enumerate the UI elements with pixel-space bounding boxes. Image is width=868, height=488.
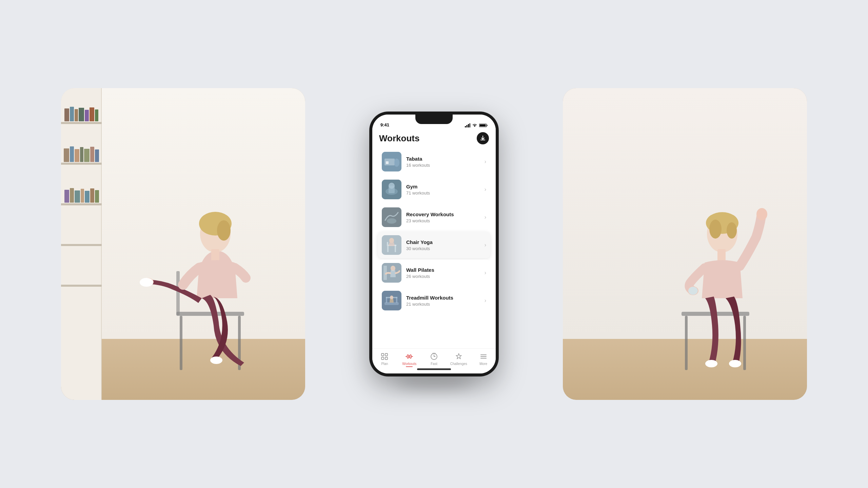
- nav-item-plan[interactable]: Plan: [376, 352, 393, 366]
- chevron-chair-yoga: ›: [485, 242, 486, 248]
- plan-icon: [380, 352, 389, 361]
- person-right: [627, 122, 804, 400]
- nav-label-challenges: Challenges: [450, 362, 467, 366]
- workouts-icon: [405, 352, 414, 361]
- active-dot: [406, 366, 413, 367]
- nav-item-more[interactable]: More: [475, 352, 492, 366]
- workout-item-treadmill[interactable]: Treadmill Workouts 21 workouts ›: [378, 287, 490, 314]
- svg-rect-16: [84, 149, 90, 162]
- svg-rect-4: [61, 285, 102, 287]
- svg-point-43: [709, 220, 722, 239]
- battery-icon: [479, 123, 488, 127]
- svg-rect-17: [90, 147, 94, 162]
- workout-info-recovery: Recovery Workouts 23 workouts: [406, 211, 485, 223]
- nav-label-more: More: [479, 362, 487, 366]
- svg-rect-25: [95, 190, 99, 203]
- status-time: 9:41: [380, 122, 389, 127]
- svg-rect-72: [387, 242, 388, 246]
- more-icon: [479, 352, 488, 361]
- svg-rect-19: [64, 190, 69, 203]
- app-screen: 9:41: [372, 115, 496, 373]
- workout-name-tabata: Tabata: [406, 156, 485, 162]
- app-header: Workouts: [372, 129, 496, 148]
- svg-rect-2: [61, 203, 102, 205]
- svg-rect-15: [80, 147, 83, 162]
- workout-item-gym[interactable]: Gym 71 workouts ›: [378, 176, 490, 203]
- svg-rect-9: [85, 110, 89, 121]
- svg-point-61: [394, 159, 399, 167]
- workout-count-chair-yoga: 30 workouts: [406, 246, 485, 251]
- phone-body: 9:41: [370, 112, 498, 376]
- phone-shadow: [397, 376, 471, 390]
- workout-thumb-tabata: [382, 152, 401, 171]
- challenges-icon: [454, 352, 463, 361]
- signal-icon: [465, 123, 470, 127]
- svg-rect-12: [64, 148, 69, 162]
- nav-label-workouts: Workouts: [402, 362, 416, 366]
- workout-info-wall-pilates: Wall Pilates 26 workouts: [406, 267, 485, 279]
- workout-item-tabata[interactable]: Tabata 16 workouts ›: [378, 148, 490, 175]
- workout-name-recovery: Recovery Workouts: [406, 211, 485, 217]
- workout-count-tabata: 16 workouts: [406, 163, 485, 168]
- person-left: [122, 122, 298, 400]
- download-button[interactable]: [477, 132, 489, 144]
- workout-thumb-recovery: [382, 207, 401, 227]
- svg-rect-0: [61, 122, 102, 124]
- fast-icon: [430, 352, 438, 361]
- scene: 9:41: [61, 41, 807, 447]
- svg-rect-8: [79, 108, 84, 121]
- svg-rect-83: [381, 353, 384, 356]
- chevron-tabata: ›: [485, 159, 486, 165]
- bookshelf: [61, 88, 102, 400]
- workout-name-treadmill: Treadmill Workouts: [406, 295, 485, 301]
- workout-count-recovery: 23 workouts: [406, 218, 485, 223]
- svg-point-65: [389, 183, 395, 189]
- svg-rect-51: [465, 126, 466, 127]
- svg-rect-66: [382, 207, 401, 227]
- svg-point-50: [729, 360, 741, 367]
- svg-rect-26: [176, 312, 244, 316]
- workout-name-wall-pilates: Wall Pilates: [406, 267, 485, 273]
- svg-rect-54: [470, 123, 471, 127]
- svg-rect-24: [90, 188, 94, 203]
- chevron-recovery: ›: [485, 214, 486, 220]
- workout-list: Tabata 16 workouts ›: [372, 148, 496, 348]
- svg-rect-21: [75, 190, 80, 203]
- svg-rect-14: [75, 149, 79, 162]
- svg-rect-13: [70, 146, 74, 162]
- app-title: Workouts: [379, 133, 419, 144]
- download-icon: [480, 135, 486, 141]
- nav-item-challenges[interactable]: Challenges: [450, 352, 467, 366]
- workout-item-recovery[interactable]: Recovery Workouts 23 workouts ›: [378, 204, 490, 230]
- svg-rect-18: [95, 149, 99, 162]
- workout-name-gym: Gym: [406, 184, 485, 189]
- workout-count-gym: 71 workouts: [406, 190, 485, 196]
- workout-item-chair-yoga[interactable]: Chair Yoga 30 workouts ›: [378, 232, 490, 258]
- photo-panel-left: [61, 88, 305, 400]
- svg-rect-7: [75, 109, 78, 121]
- workout-info-gym: Gym 71 workouts: [406, 184, 485, 196]
- svg-rect-60: [386, 161, 389, 164]
- workout-item-wall-pilates[interactable]: Wall Pilates 26 workouts ›: [378, 260, 490, 286]
- workout-count-treadmill: 21 workouts: [406, 302, 485, 307]
- svg-rect-71: [395, 246, 396, 252]
- workout-info-treadmill: Treadmill Workouts 21 workouts: [406, 295, 485, 307]
- svg-rect-27: [180, 316, 182, 370]
- svg-rect-10: [90, 107, 94, 121]
- photo-panel-right: [563, 88, 807, 400]
- svg-rect-40: [743, 316, 746, 370]
- svg-rect-3: [61, 244, 102, 246]
- svg-rect-57: [480, 124, 486, 126]
- svg-rect-52: [467, 125, 468, 127]
- nav-item-workouts[interactable]: Workouts: [401, 352, 418, 366]
- svg-rect-11: [95, 109, 98, 121]
- svg-rect-56: [487, 125, 488, 126]
- phone-home-bar: [417, 368, 451, 370]
- svg-rect-39: [685, 316, 688, 370]
- workout-info-chair-yoga: Chair Yoga 30 workouts: [406, 239, 485, 251]
- svg-point-33: [217, 220, 231, 241]
- svg-point-48: [688, 287, 698, 295]
- nav-item-fast[interactable]: Fast: [426, 352, 442, 366]
- svg-rect-1: [61, 163, 102, 165]
- svg-rect-53: [468, 124, 469, 127]
